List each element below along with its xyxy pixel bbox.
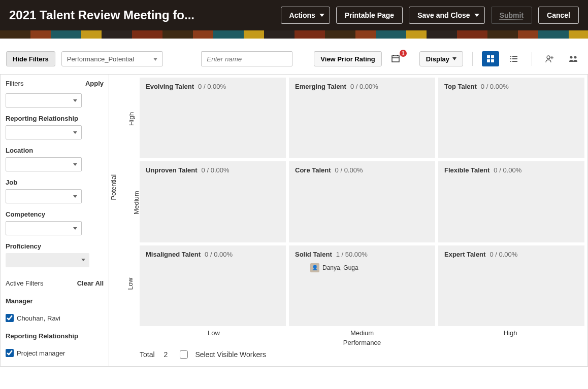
caret-down-icon (73, 195, 77, 198)
y-axis-label: Potential (110, 174, 117, 200)
grid-view-button[interactable] (482, 51, 499, 66)
total-value: 2 (164, 350, 168, 359)
people-icon (568, 55, 578, 63)
select-visible-label: Select Visible Workers (195, 350, 266, 359)
svg-rect-2 (393, 55, 394, 56)
template-select[interactable]: Performance_Potential (61, 51, 163, 66)
ninebox-cell[interactable]: Emerging Talent0 / 0.00% (289, 78, 435, 158)
competency-label: Competency (6, 210, 104, 218)
caret-down-icon (81, 259, 85, 261)
x-axis-label: Performance (140, 339, 584, 346)
svg-rect-5 (491, 55, 494, 58)
reporting-relationship-select[interactable] (6, 125, 82, 139)
reporting-relationship-label: Reporting Relationship (6, 115, 104, 122)
cell-title: Emerging Talent (295, 83, 346, 90)
caret-down-icon (73, 131, 77, 134)
avatar: 👤 (310, 263, 319, 272)
caret-down-icon (452, 57, 456, 60)
actions-button[interactable]: Actions (281, 7, 330, 24)
ninebox-cell[interactable]: Solid Talent1 / 50.00%👤Danya, Guga (289, 245, 435, 326)
select-visible-checkbox[interactable] (180, 350, 188, 359)
y-level-medium: Medium (133, 191, 140, 214)
svg-rect-10 (510, 58, 511, 59)
location-select[interactable] (6, 157, 82, 171)
location-label: Location (6, 147, 104, 154)
apply-filters-link[interactable]: Apply (85, 80, 104, 87)
cell-stats: 0 / 0.00% (494, 166, 521, 174)
cell-title: Misaligned Talent (146, 251, 201, 258)
active-rr-value: Project manager (17, 349, 65, 357)
cell-stats: 0 / 0.00% (202, 166, 230, 174)
display-button[interactable]: Display (419, 51, 463, 66)
x-axis-levels: Low Medium High (140, 329, 584, 337)
date-filter-button[interactable]: 1 (388, 51, 405, 66)
population-button[interactable] (565, 51, 582, 66)
active-manager-label: Manager (6, 297, 104, 305)
cell-title: Unproven Talent (146, 166, 198, 174)
caret-down-icon (73, 163, 77, 166)
top-filter-select[interactable] (6, 93, 82, 108)
ninebox-cell[interactable]: Evolving Talent0 / 0.00% (140, 78, 286, 158)
ninebox-container: Potential High Medium Low Evolving Talen… (109, 74, 588, 367)
svg-rect-3 (397, 55, 398, 56)
ninebox-cell[interactable]: Unproven Talent0 / 0.00% (140, 161, 286, 242)
person-plus-icon (545, 55, 554, 63)
page-header: 2021 Talent Review Meeting fo... Actions… (0, 0, 588, 30)
grid-footer: Total 2 Select Visible Workers (140, 346, 584, 359)
caret-down-icon (474, 14, 479, 17)
svg-rect-12 (510, 61, 511, 62)
active-rr-label: Reporting Relationship (6, 332, 104, 340)
grid-icon (486, 55, 495, 63)
list-icon (510, 55, 518, 63)
header-button-group: Actions Printable Page Save and Close Su… (281, 7, 579, 24)
svg-rect-8 (510, 56, 511, 57)
caret-down-icon (73, 99, 77, 102)
cell-stats: 0 / 0.00% (350, 83, 378, 90)
submit-button: Submit (491, 7, 532, 24)
search-input[interactable] (201, 51, 292, 66)
printable-page-button[interactable]: Printable Page (336, 7, 403, 24)
cell-title: Expert Talent (444, 251, 485, 258)
ninebox-cell[interactable]: Expert Talent0 / 0.00% (438, 245, 584, 326)
svg-rect-7 (491, 59, 494, 62)
ninebox-cell[interactable]: Misaligned Talent0 / 0.00% (140, 245, 286, 326)
svg-rect-0 (392, 56, 399, 62)
save-and-close-button[interactable]: Save and Close (409, 7, 485, 24)
active-manager-value: Chouhan, Ravi (17, 314, 60, 322)
clear-all-link[interactable]: Clear All (77, 279, 104, 287)
job-select[interactable] (6, 189, 82, 203)
job-label: Job (6, 179, 104, 186)
hide-filters-button[interactable]: Hide Filters (6, 51, 55, 66)
cell-title: Solid Talent (295, 251, 332, 258)
cell-title: Top Talent (444, 83, 477, 90)
cell-stats: 0 / 0.00% (481, 83, 509, 90)
cell-stats: 0 / 0.00% (198, 83, 226, 90)
svg-rect-11 (512, 58, 517, 59)
notification-badge: 1 (400, 50, 407, 57)
list-view-button[interactable] (505, 51, 522, 66)
ninebox-cell[interactable]: Flexible Talent0 / 0.00% (438, 161, 584, 242)
add-worker-button[interactable] (541, 51, 559, 66)
ninebox-cell[interactable]: Top Talent0 / 0.00% (438, 78, 584, 158)
actions-label: Actions (289, 11, 315, 19)
svg-rect-4 (487, 55, 490, 58)
ninebox-cell[interactable]: Core Talent0 / 0.00% (289, 161, 435, 242)
svg-point-17 (570, 56, 573, 59)
svg-rect-9 (512, 56, 517, 57)
cell-stats: 0 / 0.00% (205, 251, 233, 258)
view-prior-rating-button[interactable]: View Prior Rating (314, 51, 381, 66)
cell-title: Flexible Talent (444, 166, 489, 174)
worker-chip[interactable]: 👤Danya, Guga (310, 263, 429, 272)
active-rr-checkbox[interactable] (6, 349, 14, 357)
y-level-high: High (127, 112, 135, 126)
active-manager-checkbox[interactable] (6, 314, 14, 322)
competency-select[interactable] (6, 221, 82, 235)
cell-stats: 0 / 0.00% (489, 251, 517, 258)
cancel-button[interactable]: Cancel (538, 7, 579, 24)
caret-down-icon (319, 14, 324, 17)
cell-stats: 0 / 0.00% (335, 166, 363, 174)
total-label: Total (140, 350, 155, 359)
filters-heading: Filters (6, 80, 23, 87)
cell-title: Evolving Talent (146, 83, 194, 90)
proficiency-label: Proficiency (6, 242, 104, 250)
